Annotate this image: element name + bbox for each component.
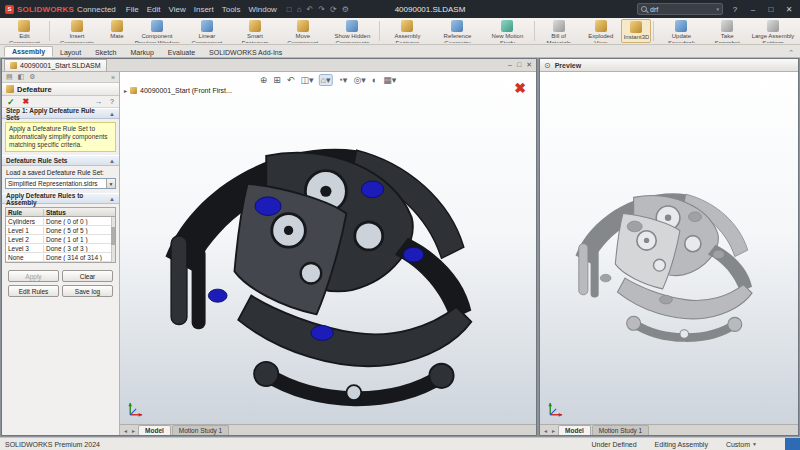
ribbon-button-take-snapshot[interactable]: Take Snapshot xyxy=(706,19,748,43)
tab-markup[interactable]: Markup xyxy=(124,48,161,57)
doc-minimize-icon[interactable]: – xyxy=(508,61,512,69)
edit-rules-button[interactable]: Edit Rules xyxy=(8,285,59,297)
panel-help-icon[interactable]: ? xyxy=(110,98,114,105)
tab-scroll-left-icon[interactable]: ◂ xyxy=(542,427,549,435)
tab-evaluate[interactable]: Evaluate xyxy=(161,48,202,57)
ribbon-button-insert-components[interactable]: Insert Components xyxy=(52,19,102,43)
zoom-area-icon[interactable]: ⊞ xyxy=(272,75,282,85)
document-tab[interactable]: 40090001_Start.SLDASM xyxy=(4,59,107,71)
expand-arrow-icon[interactable]: ▸ xyxy=(124,87,127,94)
preview-model-3d[interactable] xyxy=(554,164,780,347)
ribbon-button-smart-fasteners[interactable]: Smart Fasteners xyxy=(232,19,278,43)
doc-restore-icon[interactable]: □ xyxy=(517,61,521,69)
menu-view[interactable]: View xyxy=(166,5,189,14)
ruleset-select[interactable]: Simplified Representation.sldrs ▼ xyxy=(5,178,116,189)
ok-icon[interactable]: ✓ xyxy=(7,97,15,107)
table-row[interactable]: Cylinders Done ( 0 of 0 ) xyxy=(6,217,115,226)
panel-overflow-icon[interactable]: » xyxy=(111,74,115,81)
cancel-icon[interactable]: ✖ xyxy=(23,97,30,106)
chevron-down-icon[interactable]: ▼ xyxy=(106,179,115,188)
resources-flyout-button[interactable] xyxy=(785,438,800,450)
ribbon-button-edit-component[interactable]: Edit Component xyxy=(2,19,47,43)
options-gear-icon[interactable]: ⚙ xyxy=(342,5,349,14)
feature-tree-root-item[interactable]: ▸ 40090001_Start (Front First... xyxy=(124,87,232,94)
minimize-icon[interactable]: – xyxy=(747,5,759,14)
ribbon-button-assembly-features[interactable]: Assembly Features xyxy=(382,19,432,43)
units-dropdown[interactable]: Custom ▼ xyxy=(726,441,757,448)
property-manager-tab-icon[interactable]: ◧ xyxy=(18,73,25,81)
preview-window-header[interactable]: ⊙ Preview xyxy=(540,59,798,72)
menu-edit[interactable]: Edit xyxy=(144,5,164,14)
step-section-header[interactable]: Step 1: Apply Defeature Rule Sets ▲ xyxy=(2,108,119,119)
table-scrollbar[interactable] xyxy=(111,217,115,262)
view-orientation-icon[interactable]: ⌂▾ xyxy=(318,74,332,86)
tab-scroll-right-icon[interactable]: ▸ xyxy=(130,427,137,435)
graphics-area-main[interactable]: ⊕ ⊞ ↶ ◫▾ ⌂▾ ◔▾ ◎▾ ◐ ▦▾ ▸ 40090001_Start … xyxy=(120,72,536,435)
menu-window[interactable]: Window xyxy=(245,5,279,14)
search-dropdown-icon[interactable]: ▾ xyxy=(716,6,719,12)
table-row[interactable]: None Done ( 314 of 314 ) xyxy=(6,253,115,262)
ribbon-button-mate[interactable]: Mate xyxy=(102,19,132,43)
menu-file[interactable]: File xyxy=(123,5,142,14)
save-icon[interactable]: ⌂ xyxy=(297,5,302,14)
doc-close-icon[interactable]: ✕ xyxy=(526,61,532,69)
search-input[interactable] xyxy=(650,6,713,13)
previous-view-icon[interactable]: ↶ xyxy=(286,75,296,85)
display-style-icon[interactable]: ◔▾ xyxy=(336,75,348,85)
ribbon-button-large-assembly-settings[interactable]: Large Assembly Settings xyxy=(748,19,798,43)
tab-layout[interactable]: Layout xyxy=(53,48,88,57)
ribbon-button-reference-geometry[interactable]: Reference Geometry xyxy=(432,19,482,43)
collapse-ribbon-icon[interactable]: ⌃ xyxy=(788,49,796,57)
table-row[interactable]: Level 1 Done ( 5 of 5 ) xyxy=(6,226,115,235)
apply-button[interactable]: Apply xyxy=(8,270,59,282)
tab-scroll-right-icon[interactable]: ▸ xyxy=(550,427,557,435)
clear-button[interactable]: Clear xyxy=(62,270,113,282)
tab-sketch[interactable]: Sketch xyxy=(88,48,123,57)
undo-icon[interactable]: ↶ xyxy=(307,5,314,14)
redo-icon[interactable]: ↷ xyxy=(318,5,325,14)
confirmation-corner-cancel-icon[interactable]: ✖ xyxy=(514,81,526,95)
graphics-area-preview[interactable]: ◂ ▸ Model Motion Study 1 xyxy=(540,72,798,435)
tab-assembly[interactable]: Assembly xyxy=(4,46,53,57)
section-view-icon[interactable]: ◫▾ xyxy=(299,75,314,85)
hide-show-items-icon[interactable]: ◎▾ xyxy=(352,75,366,85)
configuration-manager-tab-icon[interactable]: ⚙ xyxy=(29,73,35,81)
help-icon[interactable]: ? xyxy=(729,5,741,14)
tab-model[interactable]: Model xyxy=(558,425,591,435)
assembly-model-3d[interactable] xyxy=(128,98,520,415)
menu-tools[interactable]: Tools xyxy=(219,5,244,14)
close-icon[interactable]: ✕ xyxy=(783,5,795,14)
ribbon-button-update-speedpak[interactable]: Update Speedpak xyxy=(656,19,706,43)
next-step-icon[interactable]: → xyxy=(94,97,102,106)
zoom-fit-icon[interactable]: ⊕ xyxy=(259,75,269,85)
save-log-button[interactable]: Save log xyxy=(62,285,113,297)
ribbon-button-linear-component-pattern[interactable]: Linear Component Pattern xyxy=(182,19,232,43)
rebuild-icon[interactable]: ⟳ xyxy=(330,5,337,14)
tab-motion-study-1[interactable]: Motion Study 1 xyxy=(592,425,649,435)
table-row[interactable]: Level 3 Done ( 3 of 3 ) xyxy=(6,244,115,253)
table-row[interactable]: Level 2 Done ( 1 of 1 ) xyxy=(6,235,115,244)
ribbon-button-move-component[interactable]: Move Component xyxy=(278,19,327,43)
menu-insert[interactable]: Insert xyxy=(191,5,217,14)
maximize-icon[interactable]: □ xyxy=(765,5,777,14)
tab-model[interactable]: Model xyxy=(138,425,171,435)
edit-appearance-icon[interactable]: ◐ xyxy=(371,75,378,85)
apply-scene-icon[interactable]: ▦▾ xyxy=(382,75,397,85)
new-document-icon[interactable]: □ xyxy=(287,5,292,14)
ribbon-button-instant3d[interactable]: Instant3D xyxy=(621,19,651,43)
tab-scroll-left-icon[interactable]: ◂ xyxy=(122,427,129,435)
apply-rules-section-header[interactable]: Apply Defeature Rules to Assembly ▲ xyxy=(2,193,119,204)
tab-motion-study-1[interactable]: Motion Study 1 xyxy=(172,425,229,435)
tab-solidworks-add-ins[interactable]: SOLIDWORKS Add-Ins xyxy=(202,48,289,57)
ribbon-button-new-motion-study[interactable]: New Motion Study xyxy=(482,19,532,43)
command-search[interactable]: ▾ xyxy=(637,3,723,15)
ribbon-button-component-preview-window[interactable]: Component Preview Window xyxy=(132,19,182,43)
rules-table-header: Rule Status xyxy=(6,208,115,217)
ribbon-button-exploded-view[interactable]: Exploded View xyxy=(580,19,621,43)
rule-sets-section-header[interactable]: Defeature Rule Sets ▲ xyxy=(2,155,119,166)
ribbon-button-bill-of-materials[interactable]: Bill of Materials xyxy=(537,19,580,43)
ribbon-button-label: Instant3D xyxy=(624,34,650,41)
ribbon-button-label: Mate xyxy=(110,33,123,40)
ribbon-button-show-hidden-components[interactable]: Show Hidden Components xyxy=(327,19,377,43)
feature-manager-tab-icon[interactable]: ▤ xyxy=(6,73,13,81)
